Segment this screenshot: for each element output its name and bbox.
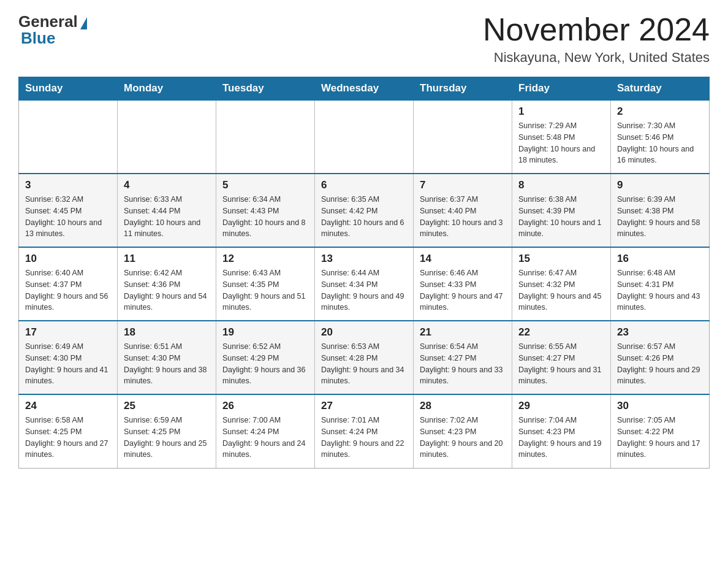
calendar-day-cell: 23Sunrise: 6:57 AMSunset: 4:26 PMDayligh… — [611, 321, 710, 394]
day-number: 6 — [321, 179, 407, 191]
day-number: 23 — [617, 326, 703, 339]
day-sun-info: Sunrise: 6:34 AMSunset: 4:43 PMDaylight:… — [222, 194, 308, 240]
calendar-title-area: November 2024 Niskayuna, New York, Unite… — [483, 12, 710, 66]
day-number: 5 — [222, 179, 308, 191]
day-number: 21 — [420, 326, 506, 339]
calendar-month-year: November 2024 — [483, 12, 710, 47]
calendar-week-row: 1Sunrise: 7:29 AMSunset: 5:48 PMDaylight… — [19, 100, 710, 174]
day-number: 4 — [124, 179, 210, 191]
day-sun-info: Sunrise: 6:52 AMSunset: 4:29 PMDaylight:… — [222, 341, 308, 387]
day-sun-info: Sunrise: 6:53 AMSunset: 4:28 PMDaylight:… — [321, 341, 407, 387]
logo-text-blue: Blue — [18, 29, 55, 48]
day-number: 8 — [518, 179, 604, 191]
day-number: 30 — [617, 400, 703, 412]
calendar-day-cell — [315, 100, 414, 174]
calendar-day-cell: 18Sunrise: 6:51 AMSunset: 4:30 PMDayligh… — [118, 321, 216, 394]
day-sun-info: Sunrise: 6:49 AMSunset: 4:30 PMDaylight:… — [25, 341, 111, 387]
day-sun-info: Sunrise: 6:42 AMSunset: 4:36 PMDaylight:… — [124, 267, 210, 313]
day-number: 28 — [420, 400, 506, 412]
logo-triangle-icon — [80, 17, 87, 29]
day-sun-info: Sunrise: 6:57 AMSunset: 4:26 PMDaylight:… — [617, 341, 703, 387]
calendar-day-cell: 26Sunrise: 7:00 AMSunset: 4:24 PMDayligh… — [216, 394, 315, 468]
day-sun-info: Sunrise: 7:00 AMSunset: 4:24 PMDaylight:… — [222, 415, 308, 461]
day-sun-info: Sunrise: 6:35 AMSunset: 4:42 PMDaylight:… — [321, 194, 407, 240]
header-monday: Monday — [118, 77, 216, 101]
day-number: 15 — [518, 253, 604, 265]
day-sun-info: Sunrise: 6:48 AMSunset: 4:31 PMDaylight:… — [617, 267, 703, 313]
calendar-day-cell: 28Sunrise: 7:02 AMSunset: 4:23 PMDayligh… — [414, 394, 512, 468]
day-number: 10 — [25, 253, 111, 265]
day-sun-info: Sunrise: 6:58 AMSunset: 4:25 PMDaylight:… — [25, 415, 111, 461]
day-sun-info: Sunrise: 6:38 AMSunset: 4:39 PMDaylight:… — [518, 194, 604, 240]
calendar-day-cell: 30Sunrise: 7:05 AMSunset: 4:22 PMDayligh… — [611, 394, 710, 468]
header-friday: Friday — [512, 77, 611, 101]
day-sun-info: Sunrise: 6:44 AMSunset: 4:34 PMDaylight:… — [321, 267, 407, 313]
calendar-day-cell: 29Sunrise: 7:04 AMSunset: 4:23 PMDayligh… — [512, 394, 611, 468]
calendar-day-cell: 20Sunrise: 6:53 AMSunset: 4:28 PMDayligh… — [315, 321, 414, 394]
calendar-day-cell — [216, 100, 315, 174]
day-sun-info: Sunrise: 7:04 AMSunset: 4:23 PMDaylight:… — [518, 415, 604, 461]
calendar-day-cell — [118, 100, 216, 174]
header-thursday: Thursday — [414, 77, 512, 101]
calendar-day-cell: 24Sunrise: 6:58 AMSunset: 4:25 PMDayligh… — [19, 394, 118, 468]
calendar-day-cell: 27Sunrise: 7:01 AMSunset: 4:24 PMDayligh… — [315, 394, 414, 468]
calendar-day-cell — [414, 100, 512, 174]
day-number: 29 — [518, 400, 604, 412]
day-number: 17 — [25, 326, 111, 339]
calendar-day-cell: 9Sunrise: 6:39 AMSunset: 4:38 PMDaylight… — [611, 174, 710, 247]
calendar-day-cell: 4Sunrise: 6:33 AMSunset: 4:44 PMDaylight… — [118, 174, 216, 247]
day-sun-info: Sunrise: 7:05 AMSunset: 4:22 PMDaylight:… — [617, 415, 703, 461]
calendar-day-cell: 2Sunrise: 7:30 AMSunset: 5:46 PMDaylight… — [611, 100, 710, 174]
calendar-day-cell: 19Sunrise: 6:52 AMSunset: 4:29 PMDayligh… — [216, 321, 315, 394]
day-sun-info: Sunrise: 6:33 AMSunset: 4:44 PMDaylight:… — [124, 194, 210, 240]
day-number: 19 — [222, 326, 308, 339]
calendar-day-cell: 15Sunrise: 6:47 AMSunset: 4:32 PMDayligh… — [512, 247, 611, 321]
day-sun-info: Sunrise: 6:43 AMSunset: 4:35 PMDaylight:… — [222, 267, 308, 313]
day-sun-info: Sunrise: 6:39 AMSunset: 4:38 PMDaylight:… — [617, 194, 703, 240]
day-sun-info: Sunrise: 6:51 AMSunset: 4:30 PMDaylight:… — [124, 341, 210, 387]
day-number: 12 — [222, 253, 308, 265]
day-number: 1 — [518, 105, 604, 118]
day-sun-info: Sunrise: 6:55 AMSunset: 4:27 PMDaylight:… — [518, 341, 604, 387]
calendar-day-cell: 3Sunrise: 6:32 AMSunset: 4:45 PMDaylight… — [19, 174, 118, 247]
calendar-week-row: 17Sunrise: 6:49 AMSunset: 4:30 PMDayligh… — [19, 321, 710, 394]
calendar-day-cell: 16Sunrise: 6:48 AMSunset: 4:31 PMDayligh… — [611, 247, 710, 321]
page-header: General Blue November 2024 Niskayuna, Ne… — [18, 12, 710, 66]
day-number: 7 — [420, 179, 506, 191]
calendar-day-cell: 5Sunrise: 6:34 AMSunset: 4:43 PMDaylight… — [216, 174, 315, 247]
day-number: 2 — [617, 105, 703, 118]
day-sun-info: Sunrise: 6:40 AMSunset: 4:37 PMDaylight:… — [25, 267, 111, 313]
calendar-day-cell: 17Sunrise: 6:49 AMSunset: 4:30 PMDayligh… — [19, 321, 118, 394]
day-number: 13 — [321, 253, 407, 265]
day-number: 3 — [25, 179, 111, 191]
day-number: 14 — [420, 253, 506, 265]
calendar-location: Niskayuna, New York, United States — [483, 50, 710, 66]
day-sun-info: Sunrise: 6:32 AMSunset: 4:45 PMDaylight:… — [25, 194, 111, 240]
calendar-day-cell: 1Sunrise: 7:29 AMSunset: 5:48 PMDaylight… — [512, 100, 611, 174]
calendar-day-cell — [19, 100, 118, 174]
day-sun-info: Sunrise: 7:29 AMSunset: 5:48 PMDaylight:… — [518, 120, 604, 166]
logo: General Blue — [18, 12, 87, 48]
day-sun-info: Sunrise: 7:02 AMSunset: 4:23 PMDaylight:… — [420, 415, 506, 461]
weekday-header-row: Sunday Monday Tuesday Wednesday Thursday… — [19, 77, 710, 101]
day-number: 9 — [617, 179, 703, 191]
calendar-table: Sunday Monday Tuesday Wednesday Thursday… — [18, 77, 710, 469]
calendar-day-cell: 21Sunrise: 6:54 AMSunset: 4:27 PMDayligh… — [414, 321, 512, 394]
calendar-day-cell: 12Sunrise: 6:43 AMSunset: 4:35 PMDayligh… — [216, 247, 315, 321]
calendar-day-cell: 22Sunrise: 6:55 AMSunset: 4:27 PMDayligh… — [512, 321, 611, 394]
day-sun-info: Sunrise: 6:54 AMSunset: 4:27 PMDaylight:… — [420, 341, 506, 387]
day-number: 20 — [321, 326, 407, 339]
day-number: 24 — [25, 400, 111, 412]
calendar-day-cell: 7Sunrise: 6:37 AMSunset: 4:40 PMDaylight… — [414, 174, 512, 247]
day-sun-info: Sunrise: 6:46 AMSunset: 4:33 PMDaylight:… — [420, 267, 506, 313]
calendar-day-cell: 6Sunrise: 6:35 AMSunset: 4:42 PMDaylight… — [315, 174, 414, 247]
calendar-week-row: 10Sunrise: 6:40 AMSunset: 4:37 PMDayligh… — [19, 247, 710, 321]
day-number: 25 — [124, 400, 210, 412]
calendar-day-cell: 25Sunrise: 6:59 AMSunset: 4:25 PMDayligh… — [118, 394, 216, 468]
day-sun-info: Sunrise: 7:01 AMSunset: 4:24 PMDaylight:… — [321, 415, 407, 461]
day-number: 22 — [518, 326, 604, 339]
calendar-day-cell: 10Sunrise: 6:40 AMSunset: 4:37 PMDayligh… — [19, 247, 118, 321]
day-number: 18 — [124, 326, 210, 339]
calendar-week-row: 24Sunrise: 6:58 AMSunset: 4:25 PMDayligh… — [19, 394, 710, 468]
header-sunday: Sunday — [19, 77, 118, 101]
